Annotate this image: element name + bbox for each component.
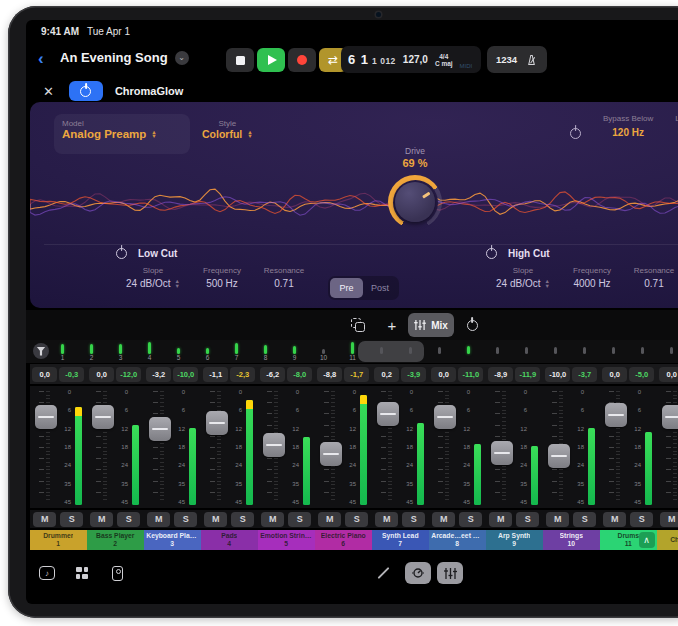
solo-button[interactable]: S [402,512,425,527]
solo-button[interactable]: S [459,512,482,527]
plugin-power-button[interactable] [69,81,103,101]
solo-button[interactable]: S [231,512,254,527]
track-name-cell[interactable]: Bass Player 2 ∧ [87,530,144,550]
mixer-view-button[interactable] [437,562,463,584]
track-name-cell[interactable]: Chorus V ∧ [657,530,678,550]
play-button[interactable] [257,48,285,72]
metronome-icon[interactable] [525,54,538,66]
volume-value[interactable]: -10,0 [545,367,570,382]
high-cut-slope[interactable]: Slope 24 dB/Oct▲▼ [486,266,560,300]
record-button[interactable] [288,48,316,72]
volume-value[interactable]: -8,9 [488,367,513,382]
minimap-track-tick[interactable]: 1 [48,340,77,363]
fader-handle[interactable] [149,417,171,441]
minimap-track-tick[interactable] [396,340,425,363]
track-name-cell[interactable]: Emotion Strings 5 ∧ [258,530,315,550]
fader-handle[interactable] [377,402,399,426]
mix-button[interactable]: Mix [408,313,454,337]
model-selector[interactable]: Model Analog Preamp ▲▼ [54,114,190,154]
mute-button[interactable]: M [261,512,284,527]
track-name-cell[interactable]: Electric Piano 6 ∧ [315,530,372,550]
high-cut-frequency[interactable]: Frequency 4000 Hz [560,266,624,300]
track-name-cell[interactable]: Drums 11 ∧ [600,530,657,550]
fader-handle[interactable] [320,442,342,466]
peak-level-value[interactable]: -11,0 [458,367,483,382]
minimap-track-tick[interactable] [628,340,657,363]
minimap-track-tick[interactable] [599,340,628,363]
peak-level-value[interactable]: -2,3 [230,367,255,382]
low-cut-resonance[interactable]: Resonance 0.71 [254,266,314,300]
minimap-track-tick[interactable] [367,340,396,363]
mute-button[interactable]: M [147,512,170,527]
mute-button[interactable]: M [33,512,56,527]
minimap-track-tick[interactable]: 6 [193,340,222,363]
solo-button[interactable]: S [288,512,311,527]
mute-button[interactable]: M [204,512,227,527]
track-name-cell[interactable]: Strings 10 ∧ [543,530,600,550]
peak-level-value[interactable]: -1,7 [344,367,369,382]
controls-view-button[interactable] [405,562,431,584]
bypass-below-control[interactable]: Bypass Below 120 Hz [603,114,653,138]
minimap-track-tick[interactable]: 4 [135,340,164,363]
post-button[interactable]: Post [363,278,397,298]
song-title-menu[interactable]: An Evening Song ⌄ [60,50,189,65]
volume-value[interactable]: 0,0 [89,367,114,382]
mute-button[interactable]: M [432,512,455,527]
volume-value[interactable]: 0,2 [374,367,399,382]
stop-button[interactable] [226,48,254,72]
minimap-track-tick[interactable] [512,340,541,363]
volume-value[interactable]: -8,8 [317,367,342,382]
volume-value[interactable]: -1,1 [203,367,228,382]
drive-knob[interactable] [388,175,442,229]
minimap-track-tick[interactable]: 5 [164,340,193,363]
fader-handle[interactable] [548,444,570,468]
minimap-track-tick[interactable] [541,340,570,363]
high-cut-resonance[interactable]: Resonance 0.71 [624,266,678,300]
style-selector[interactable]: Style Colorful ▲▼ [202,119,253,140]
minimap-track-tick[interactable] [454,340,483,363]
browser-button[interactable] [71,562,93,584]
volume-value[interactable]: 0,0 [659,367,678,382]
high-cut-power-icon[interactable] [486,248,497,259]
fader-handle[interactable] [263,433,285,457]
minimap-track-tick[interactable]: 11 [338,340,367,363]
minimap-track-tick[interactable]: 2 [77,340,106,363]
minimap-track-tick[interactable] [425,340,454,363]
mute-button[interactable]: M [603,512,626,527]
back-chevron-icon[interactable]: ‹ [38,48,44,70]
solo-button[interactable]: S [630,512,653,527]
minimap-track-tick[interactable]: 8 [251,340,280,363]
lcd-display[interactable]: 6 1 1 012 127,0 4/4 C maj MIDI [341,46,481,73]
low-cut-power-icon[interactable] [116,248,127,259]
fader-handle[interactable] [491,441,513,465]
duplicate-button[interactable] [345,313,371,337]
volume-value[interactable]: -3,2 [146,367,171,382]
play-surfaces-button[interactable] [106,562,128,584]
fader-handle[interactable] [605,403,627,427]
track-name-cell[interactable]: Arcade…eet Pad 8 ∧ [429,530,486,550]
low-cut-frequency[interactable]: Frequency 500 Hz [190,266,254,300]
volume-value[interactable]: 0,0 [602,367,627,382]
fader-handle[interactable] [92,405,114,429]
solo-button[interactable]: S [516,512,539,527]
solo-button[interactable]: S [345,512,368,527]
mute-button[interactable]: M [546,512,569,527]
minimap-track-tick[interactable]: 9 [280,340,309,363]
edit-pencil-icon[interactable] [377,567,389,579]
minimap-track-tick[interactable]: 7 [222,340,251,363]
minimap-track-tick[interactable]: 10 [309,340,338,363]
mute-button[interactable]: M [375,512,398,527]
fader-handle[interactable] [434,405,456,429]
mute-button[interactable]: M [660,512,678,527]
peak-level-value[interactable]: -11,9 [515,367,540,382]
pre-button[interactable]: Pre [330,278,363,298]
peak-level-value[interactable]: -3,9 [401,367,426,382]
peak-level-value[interactable]: -10,0 [173,367,198,382]
mute-button[interactable]: M [318,512,341,527]
fader-handle[interactable] [206,411,228,435]
track-name-cell[interactable]: Arp Synth 9 ∧ [486,530,543,550]
track-name-cell[interactable]: Drummer 1 ∧ [30,530,87,550]
volume-value[interactable]: 0,0 [32,367,57,382]
peak-level-value[interactable]: -12,0 [116,367,141,382]
count-in-button[interactable]: 1234 [496,54,517,65]
